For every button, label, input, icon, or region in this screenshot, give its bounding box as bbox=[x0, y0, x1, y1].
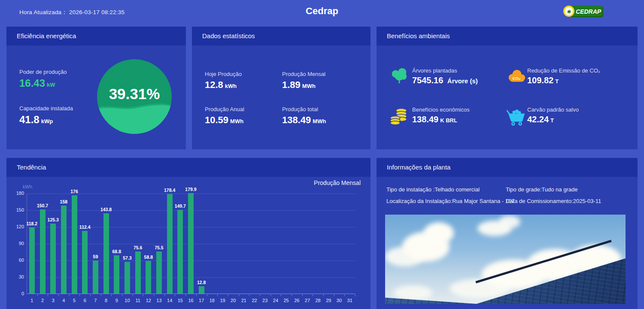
x-tick-label: 31 bbox=[344, 298, 355, 303]
x-tick-mark bbox=[344, 294, 345, 296]
x-tick-label: 29 bbox=[323, 298, 334, 303]
installation-type: Tipo de instalação :Telhado comercial bbox=[386, 186, 480, 193]
bar-day-11[interactable] bbox=[135, 251, 141, 294]
installed-capacity-label: Capacidade instalada bbox=[19, 105, 73, 112]
commissioning-date-value: 2025-03-11 bbox=[573, 198, 601, 204]
bar-day-16[interactable] bbox=[188, 193, 194, 294]
x-tick-mark bbox=[175, 294, 175, 296]
x-tick-mark bbox=[355, 294, 355, 296]
installation-type-value: Telhado comercial bbox=[434, 186, 480, 193]
efficiency-gauge: 39.31% bbox=[97, 59, 172, 134]
bar-day-15[interactable] bbox=[177, 210, 183, 294]
x-tick-label: 30 bbox=[334, 298, 345, 303]
stat-total-unit: MWh bbox=[313, 118, 326, 124]
coal-cart-icon bbox=[507, 107, 526, 127]
stat-month-unit: MWh bbox=[302, 83, 316, 89]
bar-day-7[interactable] bbox=[93, 261, 98, 294]
gauge-percent-text: 39.31% bbox=[109, 85, 160, 102]
bar-day-10[interactable] bbox=[125, 262, 130, 294]
coal-number: 42.24 bbox=[527, 115, 549, 124]
x-tick-mark bbox=[48, 294, 48, 296]
cloud-shape bbox=[424, 222, 454, 244]
x-tick-mark bbox=[249, 294, 249, 296]
x-tick-mark bbox=[196, 294, 197, 296]
y-tick-label: 180 bbox=[10, 191, 24, 196]
x-tick-mark bbox=[111, 294, 112, 296]
bar-day-12[interactable] bbox=[146, 261, 151, 294]
economic-value: 138.49K BRL bbox=[412, 115, 457, 124]
installation-type-label: Tipo de instalação : bbox=[386, 186, 434, 193]
x-tick-label: 10 bbox=[122, 298, 133, 303]
installation-location-label: Localização da Instalação: bbox=[386, 198, 452, 204]
bar-day-1[interactable] bbox=[29, 227, 35, 294]
x-tick-label: 8 bbox=[100, 298, 112, 303]
x-tick-mark bbox=[260, 294, 260, 296]
bar-value-label: 176 bbox=[70, 189, 78, 194]
co2-unit: T bbox=[555, 78, 559, 85]
y-tick-label: 150 bbox=[10, 207, 24, 212]
bar-day-17[interactable] bbox=[199, 286, 204, 294]
stat-today-unit: kWh bbox=[225, 83, 237, 89]
stat-total-number: 138.49 bbox=[282, 115, 311, 125]
x-tick-label: 3 bbox=[48, 298, 59, 303]
stat-today-value: 12.8kWh bbox=[205, 79, 237, 91]
bar-day-13[interactable] bbox=[156, 251, 162, 294]
bar-value-label: 68.8 bbox=[112, 249, 121, 254]
app-title: Cedrap bbox=[0, 6, 644, 17]
x-tick-mark bbox=[101, 294, 101, 296]
bar-day-6[interactable] bbox=[82, 231, 88, 294]
x-tick-mark bbox=[228, 294, 228, 296]
bar-day-8[interactable] bbox=[103, 213, 109, 294]
installed-capacity-value: 41.8kWp bbox=[19, 114, 53, 126]
production-power-unit: kW bbox=[47, 82, 55, 88]
y-tick-label: 90 bbox=[10, 241, 24, 246]
bar-day-9[interactable] bbox=[114, 255, 119, 294]
stat-year-value: 10.59MWh bbox=[205, 115, 243, 126]
bar-value-label: 58.8 bbox=[144, 254, 153, 260]
plant-photo bbox=[385, 215, 626, 304]
stat-today-number: 12.8 bbox=[205, 79, 223, 90]
x-tick-mark bbox=[143, 294, 143, 296]
topbar: Hora Atualizada： 2026-03-17 08:22:35 Ced… bbox=[0, 0, 644, 27]
x-tick-mark bbox=[164, 294, 165, 296]
economic-number: 138.49 bbox=[412, 115, 438, 124]
y-tick-label: 120 bbox=[10, 224, 24, 229]
trees-unit: Árvore (s) bbox=[447, 77, 478, 85]
x-tick-mark bbox=[207, 294, 207, 296]
production-power-value: 16.43kW bbox=[19, 77, 55, 89]
installation-location: Localização da Instalação:Rua Major Sant… bbox=[386, 198, 514, 204]
bar-value-label: 143.8 bbox=[100, 207, 112, 212]
x-tick-mark bbox=[217, 294, 218, 296]
x-tick-label: 27 bbox=[302, 298, 313, 303]
bar-value-label: 75.6 bbox=[134, 245, 142, 250]
bar-day-14[interactable] bbox=[167, 194, 173, 294]
chart-plot[interactable]: 03060901201501801118.22150.73125.3415851… bbox=[27, 194, 355, 294]
stat-month-number: 1.89 bbox=[282, 79, 301, 90]
production-power-label: Poder de produção bbox=[19, 69, 67, 75]
x-tick-label: 18 bbox=[207, 298, 218, 303]
x-tick-mark bbox=[185, 294, 186, 296]
x-tick-label: 22 bbox=[249, 298, 260, 303]
x-tick-label: 17 bbox=[196, 298, 207, 303]
trend-card: Tendência Produção Mensal kWh 0306090120… bbox=[6, 158, 371, 309]
x-tick-label: 5 bbox=[69, 298, 80, 303]
x-tick-label: 21 bbox=[238, 298, 249, 303]
bar-day-2[interactable] bbox=[40, 209, 46, 294]
co2-value: 109.82T bbox=[527, 76, 559, 85]
bar-day-5[interactable] bbox=[72, 195, 77, 294]
bar-day-4[interactable] bbox=[61, 206, 67, 294]
brand-logo[interactable]: CEDRAP bbox=[563, 5, 604, 18]
x-tick-label: 1 bbox=[26, 298, 37, 303]
x-tick-label: 28 bbox=[313, 298, 324, 303]
bar-day-3[interactable] bbox=[50, 224, 56, 294]
stats-card-title: Dados estatísticos bbox=[192, 27, 371, 45]
x-tick-label: 11 bbox=[132, 298, 143, 303]
economic-label: Benefícios econômicos bbox=[412, 106, 470, 113]
coal-label: Carvão padrão salvo bbox=[527, 106, 579, 113]
stat-today-label: Hoje Produção bbox=[205, 71, 242, 77]
x-tick-label: 24 bbox=[270, 298, 281, 303]
bar-value-label: 149.7 bbox=[175, 203, 186, 209]
stat-total-value: 138.49MWh bbox=[282, 115, 326, 126]
efficiency-card: Eficiência energética Poder de produção … bbox=[6, 27, 186, 149]
x-tick-label: 12 bbox=[143, 298, 154, 303]
